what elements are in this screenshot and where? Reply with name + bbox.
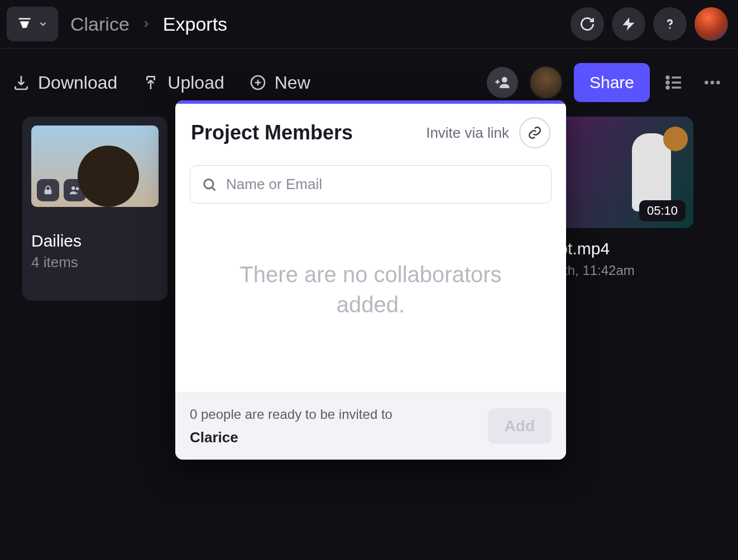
app-logo-icon (17, 16, 32, 32)
invite-via-link-button[interactable]: Invite via link (426, 124, 509, 142)
share-label: Share (590, 73, 634, 91)
project-members-modal: Project Members Invite via link There ar… (175, 100, 566, 460)
invite-count-line: 0 people are ready to be invited to (190, 407, 392, 422)
chevron-right-icon (141, 18, 152, 30)
breadcrumb-current[interactable]: Exports (163, 13, 227, 35)
svg-point-10 (667, 86, 669, 89)
private-badge (37, 179, 59, 201)
user-avatar[interactable] (694, 7, 728, 41)
list-icon (664, 73, 684, 93)
folder-thumbnail (31, 125, 159, 207)
folder-title: Dailies (31, 231, 159, 250)
svg-point-16 (76, 187, 79, 190)
svg-marker-0 (24, 25, 26, 27)
svg-point-13 (716, 81, 720, 85)
invite-project-name: Clarice (190, 427, 392, 447)
modal-footer: 0 people are ready to be invited to Clar… (175, 392, 566, 460)
video-duration: 05:10 (639, 200, 686, 221)
modal-title: Project Members (191, 121, 353, 144)
refresh-icon (579, 16, 595, 32)
download-label: Download (38, 73, 117, 93)
list-view-button[interactable] (661, 69, 688, 96)
help-button[interactable] (653, 7, 687, 41)
topbar: Clarice Exports (0, 0, 738, 49)
svg-point-9 (667, 81, 669, 84)
project-menu-button[interactable] (7, 7, 58, 41)
link-icon (528, 125, 542, 140)
breadcrumb: Clarice Exports (70, 13, 227, 35)
svg-point-11 (705, 81, 708, 85)
search-icon (202, 177, 217, 192)
empty-collaborators-message: There are no collaborators added. (175, 204, 566, 392)
toolbar-left: Download Upload New (12, 73, 310, 93)
refresh-button[interactable] (571, 7, 604, 41)
svg-point-15 (71, 186, 75, 190)
new-label: New (275, 73, 310, 93)
invite-link-group: Invite via link (426, 117, 550, 148)
svg-point-2 (669, 27, 670, 28)
svg-marker-1 (623, 17, 635, 30)
svg-point-17 (204, 179, 213, 188)
member-search-field[interactable] (190, 165, 552, 204)
upload-icon (142, 74, 160, 91)
lightning-icon (621, 16, 636, 32)
new-button[interactable]: New (249, 73, 310, 93)
toolbar-right: Share (487, 63, 726, 102)
breadcrumb-project[interactable]: Clarice (70, 13, 130, 35)
download-icon (12, 74, 30, 91)
member-avatar[interactable] (529, 66, 563, 99)
member-search-input[interactable] (226, 176, 540, 193)
download-button[interactable]: Download (12, 73, 117, 93)
topbar-right (571, 7, 728, 41)
add-member-button[interactable] (487, 67, 518, 98)
folder-tab-shape (30, 117, 70, 120)
more-options-button[interactable] (699, 69, 726, 96)
modal-header: Project Members Invite via link (175, 104, 566, 155)
share-button[interactable]: Share (574, 63, 650, 102)
chevron-down-icon (38, 19, 48, 29)
svg-rect-14 (45, 190, 52, 194)
help-icon (662, 16, 678, 32)
plus-circle-icon (249, 74, 267, 91)
svg-point-4 (502, 77, 507, 83)
add-button-label: Add (505, 417, 535, 435)
upload-button[interactable]: Upload (142, 73, 224, 93)
add-person-icon (494, 74, 511, 91)
shared-badge (64, 179, 86, 201)
topbar-left: Clarice Exports (7, 7, 227, 41)
svg-line-18 (212, 187, 215, 190)
invite-count-text: 0 people are ready to be invited to Clar… (190, 405, 392, 447)
svg-point-8 (667, 76, 669, 79)
lock-icon (42, 184, 54, 196)
folder-card-dailies[interactable]: Dailies 4 items (22, 117, 167, 301)
actions-button[interactable] (612, 7, 645, 41)
copy-link-button[interactable] (519, 117, 550, 148)
svg-point-12 (711, 81, 715, 85)
folder-subtitle: 4 items (31, 254, 159, 271)
badge-row (37, 179, 86, 201)
upload-label: Upload (167, 73, 224, 93)
add-button[interactable]: Add (488, 408, 552, 444)
people-icon (69, 184, 81, 196)
dots-horizontal-icon (702, 73, 722, 93)
